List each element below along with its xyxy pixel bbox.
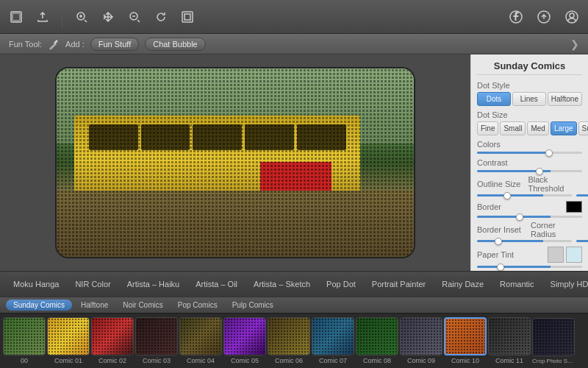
dot-size-super[interactable]: Super [578, 121, 589, 135]
thumb-dot-overlay [48, 318, 89, 355]
thumb-label-comic09: Comic 09 [407, 357, 435, 364]
border-color-swatch[interactable] [566, 201, 582, 213]
wand-icon [48, 38, 60, 50]
thumb-label-comic05: Comic 05 [231, 357, 259, 364]
thumb-dot-overlay [180, 318, 221, 355]
dot-style-dots[interactable]: Dots [477, 92, 511, 106]
corner-radius-slider[interactable] [576, 240, 588, 242]
fun-stuff-button[interactable]: Fun Stuff [90, 38, 139, 51]
dot-size-med[interactable]: Med [527, 121, 548, 135]
thumb-item-comic11[interactable]: Comic 11 [488, 317, 531, 364]
subfil-noir-comics[interactable]: Noir Comics [117, 300, 168, 311]
thumb-item-00[interactable]: 00 [3, 317, 46, 364]
paper-tint-row: Paper Tint [477, 247, 582, 263]
subfil-pop-comics[interactable]: Pop Comics [172, 300, 223, 311]
thumb-label-comic08: Comic 08 [363, 357, 391, 364]
thumb-label-comic03: Comic 03 [143, 357, 171, 364]
dot-size-large[interactable]: Large [551, 121, 577, 135]
dot-style-halftone[interactable]: Halftone [548, 92, 582, 106]
black-threshold-slider[interactable] [576, 194, 588, 197]
filter-artista-oil[interactable]: Artista – Oil [188, 277, 245, 291]
border-slider-row [477, 216, 582, 218]
thumb-item-comic08[interactable]: Comic 08 [356, 317, 398, 364]
thumb-img-comic05 [223, 317, 266, 355]
filter-portrait-painter[interactable]: Portrait Painter [365, 277, 433, 291]
fun-tool-label: Fun Tool: [9, 40, 42, 49]
share-icon[interactable] [534, 7, 554, 27]
thumb-dot-overlay [312, 318, 354, 355]
thumb-item-comic01[interactable]: Comic 01 [47, 317, 90, 364]
corner-radius-label: Corner Radius [531, 221, 582, 238]
thumb-item-comic03[interactable]: Comic 03 [135, 317, 178, 364]
thumb-label-comic01: Comic 01 [54, 357, 82, 364]
thumb-label-comic07: Comic 07 [319, 357, 347, 364]
thumb-label-crop-photo: Crop Photo Square [532, 358, 575, 364]
add-label: Add : [65, 40, 85, 49]
thumb-item-crop-photo[interactable]: Crop Photo Square [532, 318, 575, 364]
train-scene [57, 68, 414, 257]
border-inset-label: Border Inset [477, 225, 528, 234]
chat-bubble-button[interactable]: Chat Bubble [145, 38, 206, 51]
zoom-out-icon[interactable] [124, 7, 145, 27]
tint-lightblue-swatch[interactable] [566, 247, 582, 263]
dot-size-small[interactable]: Small [500, 121, 526, 135]
colors-row [477, 152, 582, 154]
move-icon[interactable] [98, 7, 118, 27]
user-icon[interactable] [562, 7, 582, 27]
filter-artista-haiku[interactable]: Artista – Haiku [120, 277, 187, 291]
export-icon[interactable] [32, 7, 53, 27]
frame-icon[interactable] [177, 7, 198, 27]
filter-simply-hdr[interactable]: Simply HDR [543, 277, 588, 291]
thumb-label-00: 00 [21, 357, 28, 364]
thumb-item-comic05[interactable]: Comic 05 [223, 317, 266, 364]
thumb-dot-overlay [401, 318, 442, 355]
dot-pattern-overlay [57, 68, 414, 257]
rotate-icon[interactable] [151, 7, 171, 27]
dot-size-label: Dot Size [477, 110, 582, 119]
dot-size-group: Fine Small Med Large Super [477, 121, 582, 135]
canvas-area [0, 54, 470, 271]
thumb-item-comic09[interactable]: Comic 09 [400, 317, 442, 364]
panel-title: Sunday Comics [477, 60, 582, 75]
filter-moku-hanga[interactable]: Moku Hanga [6, 277, 66, 291]
thumb-item-comic04[interactable]: Comic 04 [179, 317, 222, 364]
facebook-icon[interactable] [506, 7, 526, 27]
toolbar-right-icons [506, 7, 582, 27]
filter-romantic[interactable]: Romantic [492, 277, 541, 291]
dot-style-label: Dot Style [477, 81, 582, 90]
subfil-pulp-comics[interactable]: Pulp Comics [226, 300, 279, 311]
canvas-image [55, 67, 415, 258]
filter-rainy-daze[interactable]: Rainy Daze [434, 277, 491, 291]
thumb-img-comic07 [312, 317, 354, 355]
thumb-img-comic09 [400, 317, 442, 355]
thumb-item-comic07[interactable]: Comic 07 [312, 317, 354, 364]
border-inset-slider[interactable] [477, 240, 572, 242]
contrast-slider[interactable] [477, 170, 582, 172]
outline-size-slider[interactable] [477, 194, 572, 197]
outline-size-label: Outline Size [477, 180, 525, 188]
border-slider[interactable] [477, 216, 582, 218]
middle-section: Sunday Comics Dot Style Dots Lines Halft… [0, 54, 588, 271]
dot-size-fine[interactable]: Fine [477, 121, 498, 135]
tint-gray-swatch[interactable] [548, 247, 564, 263]
thumb-item-comic06[interactable]: Comic 06 [268, 317, 310, 364]
svg-rect-4 [182, 12, 193, 22]
thumb-item-comic10[interactable]: Comic 10 [444, 317, 487, 364]
filter-nir-color[interactable]: NIR Color [68, 277, 118, 291]
paper-tint-slider[interactable] [477, 266, 582, 268]
thumb-dot-overlay [224, 318, 265, 355]
paper-tint-label: Paper Tint [477, 250, 545, 259]
subfil-halftone[interactable]: Halftone [75, 300, 114, 311]
expand-arrow[interactable]: ❯ [570, 38, 579, 50]
thumb-item-comic02[interactable]: Comic 02 [91, 317, 134, 364]
colors-slider[interactable] [477, 152, 582, 154]
filter-pop-dot[interactable]: Pop Dot [319, 277, 363, 291]
crop-icon[interactable] [6, 7, 26, 27]
dot-style-lines[interactable]: Lines [512, 92, 546, 106]
subfil-sunday-comics[interactable]: Sunday Comics [6, 300, 72, 311]
thumb-label-comic02: Comic 02 [98, 357, 126, 364]
filter-artista-sketch[interactable]: Artista – Sketch [246, 277, 318, 291]
sub-filter-bar: Sunday Comics Halftone Noir Comics Pop C… [0, 297, 588, 313]
paper-tint-slider-row [477, 266, 582, 268]
zoom-in-icon[interactable] [71, 7, 92, 27]
